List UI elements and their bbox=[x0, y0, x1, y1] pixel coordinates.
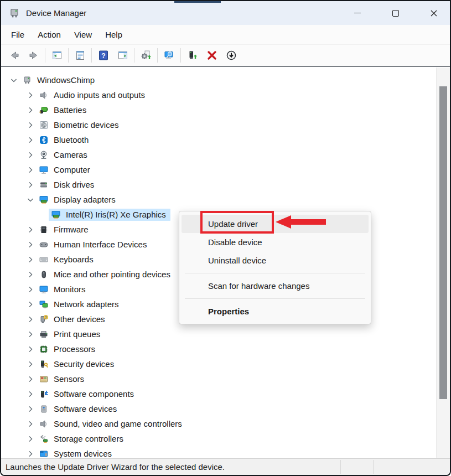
tree-item: Bluetooth bbox=[37, 134, 93, 146]
toolbar-button-update-driver[interactable] bbox=[136, 47, 155, 64]
tree-row-disk-drives[interactable]: Disk drives bbox=[1, 177, 450, 192]
tree-row-label: Software components bbox=[54, 389, 134, 399]
toolbar-button-show-console-tree[interactable] bbox=[47, 47, 66, 64]
context-menu-item-uninstall-device[interactable]: Uninstall device bbox=[182, 251, 369, 270]
tree-row-bluetooth[interactable]: Bluetooth bbox=[1, 132, 450, 147]
tree-row-sound-video-and-game-controllers[interactable]: Sound, video and game controllers bbox=[1, 416, 450, 431]
toolbar-button-action-pane[interactable] bbox=[113, 47, 132, 64]
tree-row-display-adapters[interactable]: Display adapters bbox=[1, 192, 450, 207]
annotation-arrow-icon bbox=[273, 213, 330, 231]
context-menu-item-properties[interactable]: Properties bbox=[182, 302, 369, 320]
tree-row-label: Sensors bbox=[54, 374, 84, 384]
chevron-right-icon[interactable] bbox=[24, 315, 37, 324]
toolbar-separator bbox=[91, 48, 92, 63]
chevron-right-icon[interactable] bbox=[24, 375, 37, 384]
minimize-button[interactable] bbox=[345, 3, 370, 23]
chevron-right-icon[interactable] bbox=[24, 405, 37, 413]
context-menu-item-disable-device[interactable]: Disable device bbox=[182, 233, 369, 251]
tree-row-computer[interactable]: Computer bbox=[1, 162, 450, 177]
toolbar-separator bbox=[180, 48, 181, 63]
tree-row-system-devices[interactable]: System devices bbox=[1, 446, 450, 458]
tree-row-sensors[interactable]: Sensors bbox=[1, 371, 450, 386]
chevron-right-icon[interactable] bbox=[24, 300, 37, 309]
tree-row-label: Processors bbox=[54, 344, 95, 354]
tree-row-label: System devices bbox=[54, 449, 112, 458]
maximize-button[interactable] bbox=[383, 3, 408, 23]
menu-help[interactable]: Help bbox=[99, 27, 129, 43]
chevron-down-icon[interactable] bbox=[24, 195, 37, 204]
tree-row-label: Print queues bbox=[54, 329, 100, 339]
toolbar-button-scan-hardware[interactable] bbox=[159, 47, 179, 64]
menu-file[interactable]: File bbox=[4, 27, 31, 43]
chevron-right-icon[interactable] bbox=[24, 285, 37, 294]
firmware-icon bbox=[39, 225, 49, 235]
chevron-right-icon[interactable] bbox=[24, 420, 37, 428]
chevron-right-icon[interactable] bbox=[24, 225, 37, 234]
tree-row-label: Biometric devices bbox=[54, 120, 119, 130]
chevron-right-icon[interactable] bbox=[24, 270, 37, 279]
tree-item: Other devices bbox=[37, 313, 110, 325]
chevron-down-icon[interactable] bbox=[8, 76, 20, 85]
tree-row-label: Sound, video and game controllers bbox=[54, 419, 182, 428]
tree-row-print-queues[interactable]: Print queues bbox=[1, 327, 450, 342]
chevron-right-icon[interactable] bbox=[24, 255, 37, 264]
toolbar-button-back[interactable] bbox=[4, 47, 24, 64]
swdev-icon bbox=[39, 404, 49, 414]
tree-item: Sound, video and game controllers bbox=[37, 418, 186, 430]
tree-row-biometric-devices[interactable]: Biometric devices bbox=[1, 117, 450, 132]
tree-row-security-devices[interactable]: Security devices bbox=[1, 356, 450, 371]
tree-item: Cameras bbox=[37, 149, 92, 161]
chevron-right-icon[interactable] bbox=[24, 136, 37, 144]
chevron-right-icon[interactable] bbox=[24, 434, 37, 443]
tree-item: Software components bbox=[37, 388, 138, 400]
toolbar-button-help[interactable] bbox=[94, 47, 113, 64]
chevron-right-icon[interactable] bbox=[24, 240, 37, 249]
tree-row-audio-inputs-and-outputs[interactable]: Audio inputs and outputs bbox=[1, 87, 450, 102]
chevron-right-icon[interactable] bbox=[24, 121, 37, 130]
toolbar-button-disable-device[interactable] bbox=[221, 47, 241, 64]
chevron-right-icon[interactable] bbox=[24, 330, 37, 339]
menu-view[interactable]: View bbox=[68, 27, 99, 43]
toolbar-button-forward[interactable] bbox=[24, 47, 43, 64]
tree-row-processors[interactable]: Processors bbox=[1, 342, 450, 356]
chevron-right-icon[interactable] bbox=[24, 180, 37, 189]
menu-action[interactable]: Action bbox=[31, 27, 68, 43]
bluetooth-icon bbox=[39, 135, 49, 145]
context-menu-separator bbox=[185, 273, 365, 273]
chevron-right-icon[interactable] bbox=[24, 360, 37, 369]
vertical-scrollbar[interactable] bbox=[436, 68, 450, 458]
tree-item: Disk drives bbox=[37, 179, 99, 191]
tree-item: System devices bbox=[37, 448, 116, 459]
toolbar-button-properties[interactable] bbox=[70, 47, 90, 64]
chevron-right-icon[interactable] bbox=[24, 390, 37, 399]
tree-row-label: Other devices bbox=[54, 314, 105, 324]
toolbar-button-uninstall-device[interactable] bbox=[202, 47, 221, 64]
chevron-right-icon[interactable] bbox=[24, 91, 37, 100]
scrollbar-thumb[interactable] bbox=[439, 86, 447, 399]
chevron-right-icon[interactable] bbox=[24, 345, 37, 354]
toolbar-button-update-device[interactable] bbox=[183, 47, 202, 64]
tree-row-software-devices[interactable]: Software devices bbox=[1, 401, 450, 416]
context-menu-item-scan-for-hardware-changes[interactable]: Scan for hardware changes bbox=[182, 277, 369, 295]
back-icon bbox=[8, 49, 20, 61]
tree-row-label: Keyboards bbox=[54, 255, 94, 264]
chevron-right-icon[interactable] bbox=[24, 165, 37, 174]
tree-row-software-components[interactable]: Software components bbox=[1, 386, 450, 401]
scan-hardware-icon bbox=[163, 49, 175, 61]
tree-row-cameras[interactable]: Cameras bbox=[1, 147, 450, 162]
status-bar: Launches the Update Driver Wizard for th… bbox=[1, 458, 450, 475]
camera-icon bbox=[39, 150, 49, 160]
toolbar-separator bbox=[134, 48, 134, 63]
tree-row-windowschimp[interactable]: WindowsChimp bbox=[1, 73, 450, 87]
tree-row-batteries[interactable]: Batteries bbox=[1, 102, 450, 117]
chevron-right-icon[interactable] bbox=[24, 449, 37, 458]
monitor-icon bbox=[39, 165, 49, 175]
screenshot-artifact-bar bbox=[174, 1, 221, 3]
tree-row-storage-controllers[interactable]: Storage controllers bbox=[1, 431, 450, 446]
biometric-icon bbox=[39, 120, 49, 130]
menubar: File Action View Help bbox=[1, 25, 450, 45]
chevron-right-icon[interactable] bbox=[24, 106, 37, 115]
properties-icon bbox=[74, 49, 86, 61]
chevron-right-icon[interactable] bbox=[24, 151, 37, 159]
close-button[interactable] bbox=[421, 3, 447, 23]
